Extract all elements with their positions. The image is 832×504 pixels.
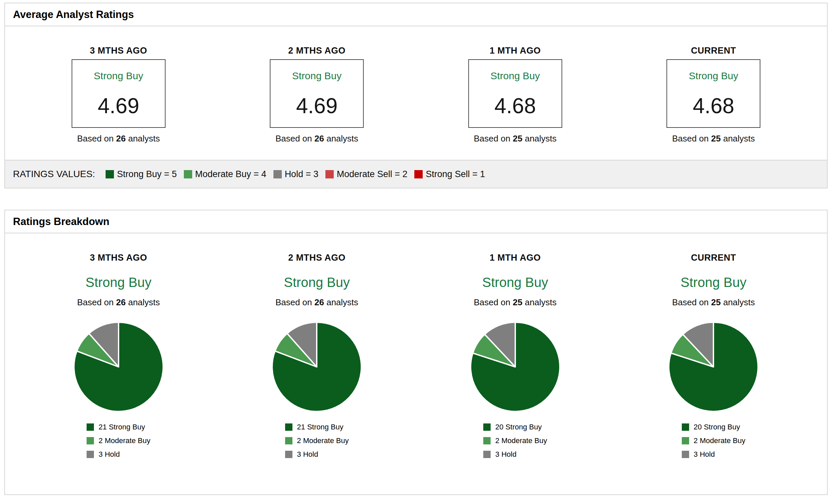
pie-legend: 21 Strong Buy 2 Moderate Buy 3 Hold [285,423,349,459]
based-on-text: Based on 25 analysts [474,133,556,144]
moderate-buy-color-swatch [285,437,292,444]
based-on-text: Based on 26 analysts [77,297,160,308]
analyst-count: 26 [314,133,324,143]
moderate-sell-color-swatch [326,170,334,179]
ratings-breakdown-columns: 3 MTHS AGO Strong Buy Based on 26 analys… [5,233,827,494]
period-label: 2 MTHS AGO [288,253,345,263]
page-title: Average Analyst Ratings [13,9,134,21]
analyst-count: 25 [711,297,721,307]
analyst-count: 26 [314,297,324,307]
page-title: Ratings Breakdown [13,216,109,228]
breakdown-column-1mth-ago: 1 MTH AGO Strong Buy Based on 25 analyst… [416,233,615,494]
strong-buy-color-swatch [682,423,689,431]
ratings-value-hold: Hold = 3 [274,169,318,180]
based-on-text: Based on 26 analysts [77,133,160,144]
legend-row: 2 Moderate Buy [86,436,150,445]
pie-chart-svg [72,320,165,414]
strong-buy-color-swatch [86,423,94,431]
hold-color-swatch [285,451,292,458]
hold-color-swatch [483,451,491,458]
ratings-breakdown-panel: Ratings Breakdown 3 MTHS AGO Strong Buy … [4,210,828,495]
based-on-text: Based on 26 analysts [276,297,358,308]
strong-buy-color-swatch [285,423,292,431]
pie-chart [72,320,165,414]
strong-sell-color-swatch [414,170,423,179]
pie-chart [667,320,760,414]
pie-chart-svg [469,320,562,414]
rating-label: Strong Buy [86,275,152,290]
pie-legend: 20 Strong Buy 2 Moderate Buy 3 Hold [483,423,547,459]
period-label: 3 MTHS AGO [90,46,147,56]
rating-score: 4.68 [494,94,536,118]
moderate-buy-color-swatch [86,437,94,444]
legend-row: 21 Strong Buy [285,423,343,431]
avg-column-3mths-ago: 3 MTHS AGO Strong Buy 4.69 Based on 26 a… [19,26,218,160]
strong-buy-color-swatch [483,423,491,431]
period-label: 3 MTHS AGO [90,253,147,263]
rating-label: Strong Buy [94,70,143,82]
rating-box: Strong Buy 4.69 [270,59,364,128]
rating-label: Strong Buy [292,70,341,82]
analyst-count: 26 [116,133,126,143]
legend-row: 3 Hold [285,450,318,459]
rating-box: Strong Buy 4.68 [667,59,760,128]
ratings-value-moderate-sell: Moderate Sell = 2 [326,169,407,180]
rating-label: Strong Buy [689,70,738,82]
period-label: 2 MTHS AGO [288,46,345,56]
avg-column-current: CURRENT Strong Buy 4.68 Based on 25 anal… [615,26,813,160]
breakdown-column-3mths-ago: 3 MTHS AGO Strong Buy Based on 26 analys… [19,233,218,494]
rating-score: 4.68 [693,94,734,118]
period-label: CURRENT [691,253,736,263]
rating-score: 4.69 [296,94,338,118]
based-on-text: Based on 25 analysts [672,133,755,144]
moderate-buy-color-swatch [184,170,192,179]
ratings-values-strip: RATINGS VALUES: Strong Buy = 5 Moderate … [5,160,827,188]
rating-label: Strong Buy [284,275,350,290]
hold-color-swatch [274,170,282,179]
legend-row: 2 Moderate Buy [682,436,746,445]
legend-row: 3 Hold [682,450,715,459]
ratings-value-strong-buy: Strong Buy = 5 [106,169,177,180]
period-label: 1 MTH AGO [490,46,541,56]
legend-row: 21 Strong Buy [86,423,145,431]
legend-row: 3 Hold [86,450,120,459]
period-label: 1 MTH AGO [490,253,541,263]
pie-chart [270,320,363,414]
pie-chart-svg [667,320,760,414]
analyst-count: 25 [513,133,523,143]
rating-box: Strong Buy 4.68 [468,59,562,128]
legend-row: 2 Moderate Buy [483,436,547,445]
rating-label: Strong Buy [491,70,540,82]
rating-box: Strong Buy 4.69 [72,59,165,128]
breakdown-column-current: CURRENT Strong Buy Based on 25 analysts … [615,233,813,494]
moderate-buy-color-swatch [483,437,491,444]
legend-row: 2 Moderate Buy [285,436,349,445]
pie-chart [469,320,562,414]
ratings-values-label: RATINGS VALUES: [13,169,95,180]
based-on-text: Based on 26 analysts [276,133,358,144]
pie-chart-svg [270,320,363,414]
strong-buy-color-swatch [106,170,114,179]
legend-row: 20 Strong Buy [483,423,542,431]
pie-legend: 21 Strong Buy 2 Moderate Buy 3 Hold [86,423,150,459]
legend-row: 20 Strong Buy [682,423,740,431]
rating-label: Strong Buy [680,275,746,290]
breakdown-column-2mths-ago: 2 MTHS AGO Strong Buy Based on 26 analys… [218,233,416,494]
average-ratings-columns: 3 MTHS AGO Strong Buy 4.69 Based on 26 a… [5,26,827,160]
moderate-buy-color-swatch [682,437,689,444]
analyst-count: 26 [116,297,126,307]
based-on-text: Based on 25 analysts [672,297,755,308]
analyst-count: 25 [711,133,721,143]
ratings-value-moderate-buy: Moderate Buy = 4 [184,169,266,180]
pie-legend: 20 Strong Buy 2 Moderate Buy 3 Hold [682,423,746,459]
legend-row: 3 Hold [483,450,517,459]
avg-column-1mth-ago: 1 MTH AGO Strong Buy 4.68 Based on 25 an… [416,26,615,160]
rating-label: Strong Buy [482,275,548,290]
based-on-text: Based on 25 analysts [474,297,556,308]
hold-color-swatch [682,451,689,458]
avg-column-2mths-ago: 2 MTHS AGO Strong Buy 4.69 Based on 26 a… [218,26,416,160]
rating-score: 4.69 [98,94,139,118]
average-analyst-ratings-panel: Average Analyst Ratings 3 MTHS AGO Stron… [4,3,828,188]
period-label: CURRENT [691,46,736,56]
hold-color-swatch [86,451,94,458]
